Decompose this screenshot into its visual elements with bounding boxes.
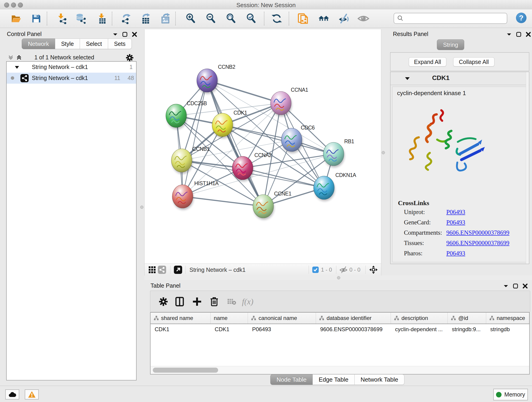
crosslink-link[interactable]: P06493 [446,219,465,226]
horizontal-splitter[interactable] [144,275,532,280]
column-header-description[interactable]: description [391,313,448,324]
string-badge-icon[interactable] [158,264,166,276]
results-scrollbar[interactable] [526,72,529,264]
table-cell[interactable]: CDK1 [210,324,248,335]
network-node-HIST1H1A[interactable]: HIST1H1A [172,180,219,210]
tab-select[interactable]: Select [80,38,108,49]
houses-icon[interactable] [318,13,330,25]
crosslink-link[interactable]: P06493 [446,250,465,257]
panel-float-icon[interactable] [513,283,518,289]
tab-network[interactable]: Network [22,38,55,49]
network-canvas[interactable]: CCNB2CCNA1CDC25BCDK1CDC6RB1CCNB1CCNA2CDK… [145,29,381,264]
collapse-section-icon[interactable] [405,77,410,81]
control-panel-tabs: NetworkStyleSelectSets [22,38,132,49]
tab-node-table[interactable]: Node Table [270,374,313,385]
tree-expander-icon[interactable] [14,65,19,70]
zoom-in-icon[interactable] [185,13,196,25]
panel-close-icon[interactable] [132,32,137,37]
save-session-icon[interactable] [30,13,42,25]
column-header-name[interactable]: name [210,313,248,324]
zoom-selected-icon[interactable] [245,13,257,25]
control-panel: Control Panel NetworkStyleSelectSets 1 o… [2,29,136,383]
tab-style[interactable]: Style [55,38,80,49]
string-import-icon[interactable] [297,13,309,25]
network-edge-CCNE1-HIST1H1A[interactable] [183,196,263,206]
network-node-CCNA1[interactable]: CCNA1 [271,87,308,117]
column-header-namespace[interactable]: namespace [486,313,529,324]
delete-column-trash-icon[interactable] [209,296,220,307]
table-cell[interactable]: stringdb [486,324,529,335]
open-in-new-icon[interactable] [174,264,182,276]
export-network-icon[interactable] [120,13,132,25]
import-network-from-database-icon[interactable] [75,13,87,25]
column-header-canonical-name[interactable]: canonical name [248,313,316,324]
open-file-icon[interactable] [10,13,22,25]
search-input[interactable] [405,15,507,22]
memory-button[interactable]: Memory [493,389,528,400]
crosslink-link[interactable]: 9606.ENSP00000378699 [446,240,509,247]
network-collection-row[interactable]: String Network – cdk1 1 [7,62,136,73]
refresh-icon[interactable] [271,13,283,25]
network-row-selected[interactable]: String Network – cdk1 11 48 [7,73,136,84]
network-edge-CCNB2-CCNA1[interactable] [207,80,281,103]
selected-checkbox-icon[interactable] [312,264,319,276]
show-eye-icon[interactable] [357,13,369,25]
import-network-from-file-icon[interactable] [56,13,68,25]
tab-network-table[interactable]: Network Table [355,374,404,385]
table-row[interactable]: CDK1CDK1P064939606.ENSP00000378699cyclin… [151,324,529,335]
birds-eye-view-icon[interactable] [148,264,156,276]
splitter-handle[interactable] [337,276,340,279]
hidden-eye-slash-icon[interactable] [339,264,348,276]
network-node-CDK1[interactable]: CDK1 [212,110,247,138]
column-header-database-identifier[interactable]: database identifier [316,313,391,324]
crosslink-link[interactable]: P06493 [446,209,465,216]
crosslink-link[interactable]: 9606.ENSP00000378699 [446,229,509,236]
import-table-from-file-icon[interactable] [96,13,108,25]
table-cell[interactable]: 9606.ENSP00000378699 [316,324,391,335]
table-horizontal-scrollbar[interactable] [151,366,529,374]
panel-float-icon[interactable] [122,32,128,37]
export-table-icon[interactable] [140,13,152,25]
panel-close-icon[interactable] [522,283,528,289]
network-node-CCNB1[interactable]: CCNB1 [171,146,210,174]
network-edge-CCNA2-CDKN1A[interactable] [243,168,324,188]
left-splitter-handle[interactable] [140,206,143,209]
network-edge-CCNB2-HIST1H1A[interactable] [183,80,207,196]
column-header-shared-name[interactable]: shared name [151,313,210,324]
protein-card-header[interactable]: CDK1 [390,72,529,85]
table-cell[interactable]: P06493 [248,324,316,335]
tab-edge-table[interactable]: Edge Table [312,374,355,385]
show-columns-icon[interactable] [174,296,185,307]
hide-eye-slash-icon[interactable] [338,13,350,25]
panel-menu-icon[interactable] [113,32,118,37]
zoom-fit-icon[interactable] [225,13,237,25]
network-node-CCNE1[interactable]: CCNE1 [253,191,291,220]
tab-sets[interactable]: Sets [108,38,132,49]
network-node-CDC6[interactable]: CDC6 [281,125,315,153]
expand-all-button[interactable]: Expand All [409,57,446,66]
panel-menu-icon[interactable] [503,284,509,288]
zoom-out-icon[interactable] [205,13,217,25]
table-cell[interactable]: CDK1 [151,324,210,335]
move-crosshair-icon[interactable] [369,264,378,276]
table-cell[interactable]: stringdb:9... [448,324,486,335]
cloud-button[interactable] [5,389,19,400]
network-node-RB1[interactable]: RB1 [323,138,354,167]
table-cell[interactable]: cyclin-dependent ... [391,324,448,335]
tab-string[interactable]: String [437,39,464,50]
help-button[interactable]: ? [516,13,526,23]
panel-menu-icon[interactable] [506,32,512,37]
add-column-icon[interactable] [191,296,203,307]
column-header--id[interactable]: @id [448,313,486,324]
scrollbar-thumb[interactable] [153,368,218,373]
collapse-all-button[interactable]: Collapse All [453,57,494,66]
panel-close-icon[interactable] [526,32,531,37]
warning-button[interactable] [25,389,39,400]
table-settings-gear-icon[interactable] [158,296,169,307]
network-node-CCNB2[interactable]: CCNB2 [197,64,235,94]
gear-icon[interactable] [125,53,134,62]
right-splitter-handle[interactable] [382,151,385,154]
export-image-icon[interactable] [160,13,172,25]
network-node-CDKN1A[interactable]: CDKN1A [314,172,356,201]
panel-float-icon[interactable] [516,32,521,37]
